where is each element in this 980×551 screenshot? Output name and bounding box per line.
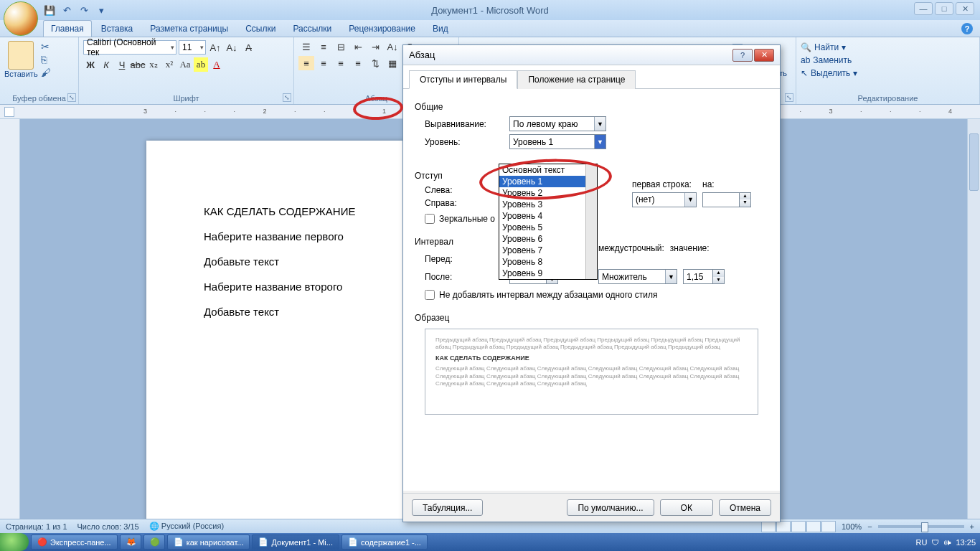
format-painter-icon[interactable]: 🖌 bbox=[41, 67, 51, 78]
undo-icon[interactable]: ↶ bbox=[60, 4, 73, 17]
firstline-value-spinner[interactable]: ▲▼ bbox=[702, 192, 751, 207]
font-dialog-launcher[interactable]: ⤡ bbox=[283, 93, 291, 102]
tab-review[interactable]: Рецензирование bbox=[341, 20, 423, 37]
font-size-combo[interactable]: 11 bbox=[179, 40, 206, 55]
dropdown-option[interactable]: Уровень 5 bbox=[499, 222, 597, 233]
paste-icon[interactable] bbox=[8, 41, 34, 70]
help-icon[interactable]: ? bbox=[961, 23, 973, 34]
taskbar-item[interactable]: 🦊 bbox=[120, 534, 141, 550]
office-button[interactable] bbox=[4, 1, 38, 36]
dropdown-option[interactable]: Уровень 9 bbox=[499, 268, 597, 279]
clipboard-dialog-launcher[interactable]: ⤡ bbox=[67, 93, 76, 102]
dropdown-option[interactable]: Уровень 3 bbox=[499, 199, 597, 210]
dropdown-option[interactable]: Уровень 8 bbox=[499, 256, 597, 268]
justify-button[interactable]: ≡ bbox=[350, 56, 366, 70]
font-name-combo[interactable]: Calibri (Основной тек bbox=[83, 40, 176, 55]
tabs-button[interactable]: Табуляция... bbox=[412, 499, 483, 516]
taskbar-item[interactable]: 🔴 Экспресс-пане... bbox=[31, 534, 118, 550]
taskbar-item[interactable]: 📄 как нарисоват... bbox=[167, 534, 250, 550]
align-center-button[interactable]: ≡ bbox=[316, 56, 331, 70]
align-right-button[interactable]: ≡ bbox=[333, 56, 349, 70]
multilevel-button[interactable]: ⊟ bbox=[333, 39, 349, 54]
indent-dec-button[interactable]: ⇤ bbox=[350, 39, 366, 54]
dropdown-option[interactable]: Уровень 6 bbox=[499, 233, 597, 245]
align-left-button[interactable]: ≡ bbox=[298, 56, 314, 70]
zoom-out[interactable]: − bbox=[867, 522, 872, 531]
linespacing-dropdown[interactable]: Множитель▼ bbox=[598, 269, 677, 284]
dialog-help-button[interactable]: ? bbox=[732, 49, 753, 62]
taskbar-item[interactable]: 🟢 bbox=[143, 534, 165, 550]
italic-button[interactable]: К bbox=[99, 57, 113, 72]
no-space-same-style-checkbox[interactable] bbox=[425, 290, 435, 300]
font-color-button[interactable]: A bbox=[209, 57, 224, 72]
save-icon[interactable]: 💾 bbox=[43, 4, 56, 17]
vertical-ruler[interactable] bbox=[0, 119, 20, 519]
cut-icon[interactable]: ✂ bbox=[41, 41, 51, 52]
line-spacing-button[interactable]: ⇅ bbox=[367, 56, 383, 70]
qat-more-icon[interactable]: ▾ bbox=[95, 4, 108, 17]
doc-heading[interactable]: КАК СДЕЛАТЬ СОДЕРЖАНИЕ bbox=[204, 205, 355, 217]
status-words[interactable]: Число слов: 3/15 bbox=[77, 522, 139, 531]
dropdown-option[interactable]: Уровень 2 bbox=[499, 187, 597, 199]
taskbar-item[interactable]: 📄 содержание1 -... bbox=[341, 534, 428, 550]
alignment-dropdown[interactable]: По левому краю▼ bbox=[509, 116, 606, 131]
tray-icon[interactable]: 🕪 bbox=[943, 538, 951, 547]
dialog-tab-indents[interactable]: Отступы и интервалы bbox=[409, 70, 517, 89]
close-button[interactable]: ✕ bbox=[956, 2, 974, 15]
subscript-button[interactable]: x₂ bbox=[146, 57, 161, 72]
redo-icon[interactable]: ↷ bbox=[77, 4, 90, 17]
status-page[interactable]: Страница: 1 из 1 bbox=[6, 522, 67, 531]
taskbar-item-active[interactable]: 📄 Документ1 - Mi... bbox=[252, 534, 339, 550]
dropdown-scrollbar[interactable] bbox=[585, 164, 597, 279]
tray-icon[interactable]: 🛡 bbox=[931, 538, 939, 547]
firstline-dropdown[interactable]: (нет)▼ bbox=[632, 192, 697, 207]
copy-icon[interactable]: ⎘ bbox=[41, 54, 51, 65]
linespacing-value-spinner[interactable]: ▲▼ bbox=[683, 269, 725, 284]
numbering-button[interactable]: ≡ bbox=[316, 39, 331, 54]
system-tray[interactable]: RU 🛡 🕪 13:25 bbox=[916, 538, 976, 547]
clear-format-icon[interactable]: A̶ bbox=[241, 40, 255, 55]
zoom-slider[interactable] bbox=[878, 525, 964, 528]
outline-level-dropdown[interactable]: Уровень 1▼ bbox=[509, 134, 606, 149]
zoom-value[interactable]: 100% bbox=[842, 522, 862, 531]
dropdown-option[interactable]: Уровень 1 bbox=[499, 176, 597, 187]
tab-home[interactable]: Главная bbox=[43, 20, 92, 37]
dropdown-option[interactable]: Уровень 7 bbox=[499, 245, 597, 256]
tab-selector[interactable] bbox=[4, 107, 14, 117]
grow-font-icon[interactable]: A↑ bbox=[208, 40, 222, 55]
level-dropdown-list[interactable]: Основной текстУровень 1Уровень 2Уровень … bbox=[499, 164, 598, 280]
scroll-thumb[interactable] bbox=[969, 133, 979, 191]
tab-layout[interactable]: Разметка страницы bbox=[142, 20, 236, 37]
dialog-titlebar[interactable]: Абзац ? ✕ bbox=[403, 45, 780, 65]
vertical-scrollbar[interactable] bbox=[967, 119, 980, 519]
find-button[interactable]: 🔍Найти ▾ bbox=[801, 42, 975, 52]
maximize-button[interactable]: □ bbox=[935, 2, 953, 15]
indent-inc-button[interactable]: ⇥ bbox=[367, 39, 383, 54]
dropdown-option[interactable]: Уровень 4 bbox=[499, 210, 597, 222]
highlight-button[interactable]: ab bbox=[194, 57, 208, 72]
sort-button[interactable]: A↓ bbox=[385, 39, 400, 54]
zoom-in[interactable]: + bbox=[970, 522, 974, 531]
styles-dialog-launcher[interactable]: ⤡ bbox=[785, 93, 793, 102]
replace-button[interactable]: abЗаменить bbox=[801, 55, 975, 65]
paste-button[interactable]: Вставить bbox=[4, 70, 38, 78]
shading-button[interactable]: ▦ bbox=[385, 56, 400, 70]
start-button[interactable] bbox=[0, 533, 29, 551]
ok-button[interactable]: ОК bbox=[660, 499, 713, 516]
tab-references[interactable]: Ссылки bbox=[237, 20, 283, 37]
change-case-button[interactable]: Aa bbox=[178, 57, 192, 72]
shrink-font-icon[interactable]: A↓ bbox=[225, 40, 239, 55]
dialog-close-button[interactable]: ✕ bbox=[754, 49, 774, 62]
bullets-button[interactable]: ☰ bbox=[298, 39, 314, 54]
dropdown-option[interactable]: Основной текст bbox=[499, 164, 597, 176]
minimize-button[interactable]: — bbox=[914, 2, 933, 15]
select-button[interactable]: ↖Выделить ▾ bbox=[801, 68, 975, 78]
clock[interactable]: 13:25 bbox=[956, 538, 976, 547]
cancel-button[interactable]: Отмена bbox=[719, 499, 771, 516]
superscript-button[interactable]: x² bbox=[162, 57, 176, 72]
underline-button[interactable]: Ч bbox=[115, 57, 129, 72]
default-button[interactable]: По умолчанию... bbox=[567, 499, 654, 516]
tab-view[interactable]: Вид bbox=[425, 20, 456, 37]
bold-button[interactable]: Ж bbox=[83, 57, 98, 72]
status-lang[interactable]: 🌐 Русский (Россия) bbox=[149, 522, 224, 531]
